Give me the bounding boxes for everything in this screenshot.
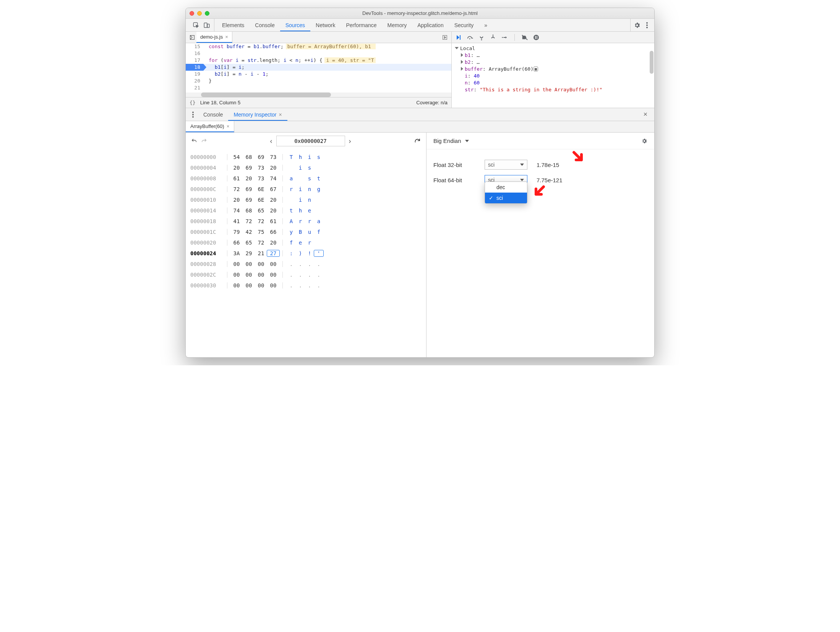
ascii-char[interactable]: a (287, 175, 296, 181)
close-tab-icon[interactable]: × (225, 34, 228, 40)
prev-address-icon[interactable]: ‹ (270, 137, 272, 145)
ascii-char[interactable] (287, 165, 296, 171)
tab-performance[interactable]: Performance (341, 19, 382, 31)
hex-byte[interactable]: 73 (267, 154, 279, 160)
mode-dropdown[interactable]: dec✓sci (485, 181, 527, 204)
endianness-select[interactable]: Big Endian (433, 138, 469, 144)
ascii-char[interactable]: s (314, 154, 323, 160)
hex-byte[interactable]: 20 (243, 175, 255, 181)
hex-row[interactable]: 000000243A292127:)!' (190, 248, 422, 259)
hex-row[interactable]: 0000000054686973This (190, 152, 422, 162)
hex-byte[interactable]: 72 (243, 218, 255, 224)
run-snippet-icon[interactable] (441, 34, 449, 41)
code-line[interactable]: 15const buffer = b1.buffer;buffer = Arra… (186, 43, 451, 50)
ascii-char[interactable]: . (296, 261, 305, 267)
hex-byte[interactable]: 74 (267, 175, 279, 181)
device-icon[interactable] (203, 22, 210, 29)
undo-icon[interactable] (191, 138, 197, 144)
ascii-char[interactable]: . (296, 282, 305, 288)
ascii-char[interactable]: . (296, 272, 305, 278)
hex-byte[interactable]: 00 (255, 282, 267, 288)
code-line[interactable]: 20} (186, 78, 451, 84)
hex-byte[interactable]: 73 (255, 175, 267, 181)
hex-byte[interactable]: 00 (255, 261, 267, 267)
tab-application[interactable]: Application (412, 19, 449, 31)
hex-byte[interactable]: 27 (267, 250, 279, 256)
refresh-icon[interactable] (414, 138, 421, 144)
pretty-print-icon[interactable]: {} (190, 100, 196, 105)
close-tab-icon[interactable]: × (279, 112, 282, 118)
hex-byte[interactable]: 75 (255, 229, 267, 235)
ascii-char[interactable]: r (305, 240, 314, 246)
hex-byte[interactable]: 69 (243, 165, 255, 171)
kebab-icon[interactable] (646, 22, 648, 29)
redo-icon[interactable] (201, 138, 207, 144)
hex-byte[interactable]: 65 (255, 207, 267, 214)
scope-var[interactable]: buffer: ArrayBuffer(60) ▦ (455, 65, 651, 72)
ascii-char[interactable]: t (314, 175, 323, 181)
hex-view[interactable]: 0000000054686973This0000000420697320is00… (186, 149, 426, 357)
ascii-char[interactable]: e (305, 207, 314, 214)
hex-row[interactable]: 0000001474686520the (190, 205, 422, 216)
ascii-char[interactable]: y (287, 229, 296, 235)
ascii-char[interactable]: . (314, 261, 323, 267)
scope-var[interactable]: str: "This is a string in the ArrayBuffe… (455, 86, 651, 93)
hex-row[interactable]: 0000001C79427566yBuf (190, 227, 422, 237)
ascii-char[interactable]: s (305, 175, 314, 181)
hex-byte[interactable]: 65 (243, 240, 255, 246)
ascii-char[interactable] (314, 197, 323, 203)
hex-byte[interactable]: 00 (230, 261, 243, 267)
hex-byte[interactable]: 68 (243, 207, 255, 214)
ascii-char[interactable]: i (305, 154, 314, 160)
ascii-char[interactable]: a (314, 218, 323, 224)
code-line[interactable]: 17for (var i = str.length; i < n; ++i) {… (186, 57, 451, 64)
ascii-char[interactable]: . (314, 272, 323, 278)
hex-byte[interactable]: 72 (255, 218, 267, 224)
hex-byte[interactable]: 20 (267, 197, 279, 203)
ascii-char[interactable]: B (296, 229, 305, 235)
hex-byte[interactable]: 00 (267, 272, 279, 278)
hex-byte[interactable]: 00 (230, 272, 243, 278)
code-line[interactable]: 21 (186, 84, 451, 91)
scope-pane[interactable]: Local b1: …b2: …buffer: ArrayBuffer(60) … (452, 43, 654, 108)
ascii-char[interactable]: f (287, 240, 296, 246)
tab-memory[interactable]: Memory (382, 19, 412, 31)
scope-var[interactable]: i: 40 (455, 72, 651, 79)
scope-section-local[interactable]: Local (455, 45, 651, 52)
ascii-char[interactable]: T (287, 154, 296, 160)
dropdown-option-dec[interactable]: dec (485, 182, 527, 193)
hex-byte[interactable]: 72 (255, 240, 267, 246)
ascii-char[interactable] (296, 175, 305, 181)
step-icon[interactable] (501, 34, 508, 41)
next-address-icon[interactable]: › (349, 137, 351, 145)
hex-byte[interactable]: 6E (255, 186, 267, 192)
reveal-in-memory-icon[interactable]: ▦ (534, 66, 538, 71)
vertical-scrollbar[interactable] (650, 51, 654, 74)
hex-byte[interactable]: 6E (255, 197, 267, 203)
hex-byte[interactable]: 00 (243, 272, 255, 278)
ascii-char[interactable]: ' (314, 250, 323, 256)
scope-var[interactable]: b2: … (455, 58, 651, 65)
hex-byte[interactable]: 42 (243, 229, 255, 235)
ascii-char[interactable] (314, 165, 323, 171)
hex-byte[interactable]: 69 (255, 154, 267, 160)
hex-byte[interactable]: 68 (243, 154, 255, 160)
hex-byte[interactable]: 21 (255, 250, 267, 256)
ascii-char[interactable]: . (287, 282, 296, 288)
inspect-icon[interactable] (193, 22, 199, 29)
hex-byte[interactable]: 73 (255, 165, 267, 171)
hex-row[interactable]: 0000001020696E20in (190, 194, 422, 205)
hex-byte[interactable]: 54 (230, 154, 243, 160)
hex-byte[interactable]: 20 (230, 165, 243, 171)
ascii-char[interactable] (314, 240, 323, 246)
hex-byte[interactable]: 79 (230, 229, 243, 235)
deactivate-breakpoints-icon[interactable] (522, 34, 528, 41)
float32-mode-select[interactable]: sci (485, 160, 527, 170)
source-file-tab[interactable]: demo-js.js × (196, 32, 232, 43)
tab-console[interactable]: Console (250, 19, 280, 31)
ascii-char[interactable]: . (305, 261, 314, 267)
tabs-overflow[interactable]: » (479, 19, 493, 31)
code-line[interactable]: 18 b1[i] = i; (186, 64, 451, 71)
ascii-char[interactable]: i (296, 186, 305, 192)
step-out-icon[interactable] (490, 34, 496, 41)
